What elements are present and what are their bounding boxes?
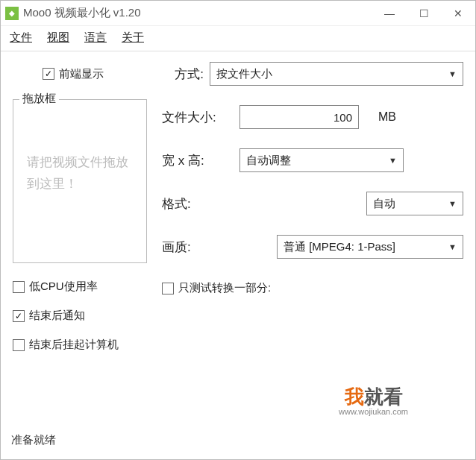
menu-about[interactable]: 关于 — [122, 31, 144, 45]
mode-label: 方式: — [175, 66, 204, 83]
mode-select[interactable]: 按文件大小 ▼ — [210, 62, 463, 86]
filesize-value: 100 — [333, 111, 352, 124]
test-row: 只测试转换一部分: — [162, 281, 463, 295]
window-title: Moo0 视频最小化 v1.20 — [23, 6, 141, 20]
dropzone-group[interactable]: 拖放框 请把视频文件拖放到这里！ — [13, 99, 147, 263]
left-column: 拖放框 请把视频文件拖放到这里！ 低CPU使用率 结束后通知 结束后挂起计算机 — [13, 99, 147, 352]
mode-value: 按文件大小 — [216, 67, 272, 81]
dropzone-hint: 请把视频文件拖放到这里！ — [22, 109, 137, 195]
menu-file[interactable]: 文件 — [10, 31, 32, 45]
watermark-main: 我就看 — [339, 387, 408, 406]
watermark: 我就看 www.wojiukan.com — [339, 387, 408, 416]
dropzone-legend: 拖放框 — [19, 92, 59, 106]
low-cpu-checkbox[interactable]: 低CPU使用率 — [13, 280, 147, 294]
minimize-button[interactable]: — — [372, 1, 407, 26]
quality-value: 普通 [MPEG4: 1-Pass] — [284, 240, 395, 254]
close-button[interactable]: ✕ — [441, 1, 475, 26]
right-column: 文件大小: 100 MB 宽 x 高: 自动调整 ▼ 格式: 自动 ▼ — [162, 99, 463, 352]
chevron-down-icon: ▼ — [448, 199, 457, 208]
check-list: 低CPU使用率 结束后通知 结束后挂起计算机 — [13, 280, 147, 352]
test-portion-label: 只测试转换一部分: — [178, 281, 271, 295]
test-portion-checkbox[interactable]: 只测试转换一部分: — [162, 281, 271, 295]
checkbox-icon — [13, 281, 25, 293]
titlebar: ◆ Moo0 视频最小化 v1.20 — ☐ ✕ — [1, 1, 475, 26]
main-row: 拖放框 请把视频文件拖放到这里！ 低CPU使用率 结束后通知 结束后挂起计算机 — [13, 99, 463, 352]
watermark-wo: 我 — [345, 385, 364, 408]
app-icon: ◆ — [5, 7, 19, 20]
filesize-unit: MB — [378, 110, 396, 124]
notify-done-checkbox[interactable]: 结束后通知 — [13, 309, 147, 323]
checkbox-icon — [43, 68, 54, 80]
filesize-input[interactable]: 100 — [239, 105, 359, 129]
menu-view[interactable]: 视图 — [47, 31, 69, 45]
checkbox-icon — [13, 339, 25, 351]
statusbar: 准备就绪 — [1, 429, 475, 452]
maximize-button[interactable]: ☐ — [407, 1, 441, 26]
suspend-done-checkbox[interactable]: 结束后挂起计算机 — [13, 338, 147, 352]
always-on-top-label: 前端显示 — [59, 67, 104, 81]
notify-done-label: 结束后通知 — [29, 309, 85, 323]
always-on-top-checkbox[interactable]: 前端显示 — [43, 67, 104, 81]
format-value: 自动 — [373, 197, 395, 211]
checkbox-icon — [13, 310, 25, 322]
filesize-row: 文件大小: 100 MB — [162, 105, 463, 129]
window-buttons: — ☐ ✕ — [372, 1, 475, 26]
checkbox-icon — [162, 283, 174, 294]
watermark-rest: 就看 — [364, 385, 403, 408]
suspend-done-label: 结束后挂起计算机 — [29, 338, 119, 352]
format-label: 格式: — [162, 195, 239, 212]
low-cpu-label: 低CPU使用率 — [29, 280, 98, 294]
quality-label: 画质: — [162, 239, 239, 256]
chevron-down-icon: ▼ — [389, 156, 397, 165]
wh-label: 宽 x 高: — [162, 152, 239, 169]
status-text: 准备就绪 — [11, 433, 56, 446]
quality-select[interactable]: 普通 [MPEG4: 1-Pass] ▼ — [277, 235, 463, 259]
chevron-down-icon: ▼ — [448, 69, 457, 78]
quality-row: 画质: 普通 [MPEG4: 1-Pass] ▼ — [162, 235, 463, 259]
wh-row: 宽 x 高: 自动调整 ▼ — [162, 148, 463, 172]
body-area: 前端显示 方式: 按文件大小 ▼ 拖放框 请把视频文件拖放到这里！ 低CPU使用… — [1, 51, 475, 452]
format-select[interactable]: 自动 ▼ — [366, 192, 463, 215]
top-row: 前端显示 方式: 按文件大小 ▼ — [13, 62, 463, 86]
wh-value: 自动调整 — [246, 154, 291, 168]
wh-select[interactable]: 自动调整 ▼ — [239, 148, 404, 172]
filesize-label: 文件大小: — [162, 109, 239, 126]
menu-language[interactable]: 语言 — [84, 31, 107, 45]
chevron-down-icon: ▼ — [448, 242, 457, 251]
format-row: 格式: 自动 ▼ — [162, 192, 463, 215]
watermark-url: www.wojiukan.com — [339, 408, 408, 416]
menubar: 文件 视图 语言 关于 — [1, 26, 475, 51]
